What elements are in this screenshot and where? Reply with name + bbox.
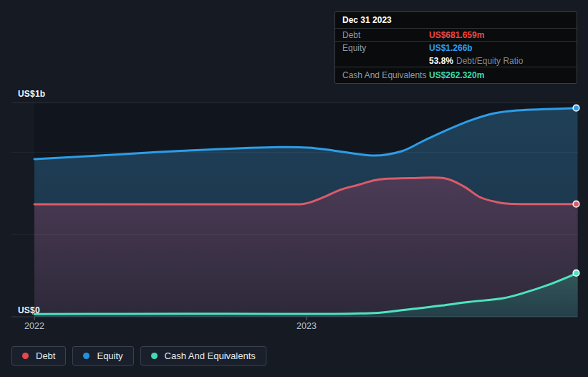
y-axis-max-label: US$1b: [18, 89, 45, 99]
tooltip-cash-label: Cash And Equivalents: [342, 70, 429, 80]
debt-legend-label: Debt: [36, 350, 55, 361]
tooltip-equity-row: Equity US$1.266b: [335, 42, 577, 54]
debt-end-dot: [573, 201, 579, 207]
x-axis-tick-2023: 2023: [297, 321, 317, 331]
debt-legend-dot: [22, 353, 29, 359]
tooltip-equity-value: US$1.266b: [429, 43, 473, 53]
chart-legend: Debt Equity Cash And Equivalents: [11, 346, 266, 366]
equity-end-dot: [573, 105, 579, 111]
debt-equity-history-chart: US$1b US$0 2022 2023 Dec 31 2023 Debt US…: [0, 0, 588, 377]
x-axis-tick-2022: 2022: [24, 321, 44, 331]
equity-legend-dot: [83, 353, 90, 359]
tooltip-ratio-label: Debt/Equity Ratio: [456, 56, 523, 66]
tooltip-equity-label: Equity: [342, 43, 429, 53]
cash-legend-label: Cash And Equivalents: [165, 350, 256, 361]
tooltip-debt-label: Debt: [342, 30, 429, 40]
cash-end-dot: [573, 270, 579, 277]
tooltip-date: Dec 31 2023: [335, 12, 577, 29]
tooltip-debt-row: Debt US$681.659m: [335, 29, 577, 42]
tooltip-cash-value: US$262.320m: [429, 70, 484, 80]
tooltip-cash-row: Cash And Equivalents US$262.320m: [335, 67, 577, 83]
cash-legend-dot: [151, 353, 158, 359]
chart-tooltip: Dec 31 2023 Debt US$681.659m Equity US$1…: [334, 11, 577, 84]
tooltip-ratio-row: 53.8%Debt/Equity Ratio: [335, 54, 577, 67]
y-axis-zero-label: US$0: [18, 305, 40, 315]
legend-item-cash[interactable]: Cash And Equivalents: [140, 346, 266, 366]
legend-item-debt[interactable]: Debt: [11, 346, 66, 366]
equity-legend-label: Equity: [97, 350, 122, 361]
tooltip-debt-value: US$681.659m: [429, 30, 484, 40]
tooltip-ratio-value: 53.8%: [429, 56, 453, 66]
legend-item-equity[interactable]: Equity: [72, 346, 133, 366]
